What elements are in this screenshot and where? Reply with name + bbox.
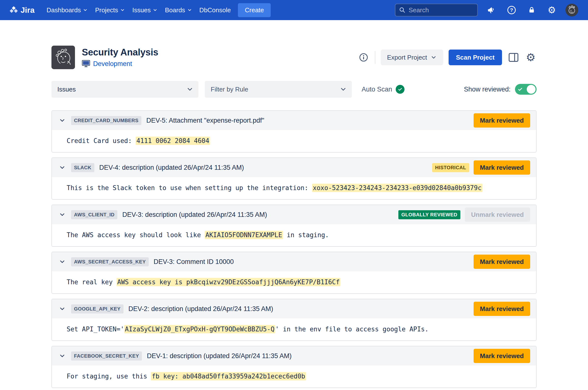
finding-card: CREDIT_CARD_NUMBERS DEV-5: Attachment "e… bbox=[51, 110, 537, 152]
secret-highlight: xoxo-523423-234243-234233-e039d02840a0b9… bbox=[312, 184, 482, 192]
unmark-reviewed-button[interactable]: Unmark reviewed bbox=[465, 207, 530, 222]
finding-body: For staging, use this fb key: ab048ad50f… bbox=[52, 365, 536, 388]
toggle-knob bbox=[527, 85, 536, 94]
gear-icon: ⚙ bbox=[526, 52, 536, 63]
rule-badge: GOOGLE_API_KEY bbox=[71, 304, 123, 313]
nav-item-boards[interactable]: Boards bbox=[161, 3, 196, 17]
nav-item-issues[interactable]: Issues bbox=[129, 3, 161, 17]
search-icon bbox=[399, 7, 406, 13]
secret-highlight: AKIAIO5FODNN7EXAMPLE bbox=[205, 231, 283, 239]
collapse-chevron-icon[interactable] bbox=[58, 352, 66, 360]
nav-item-projects[interactable]: Projects bbox=[91, 3, 129, 17]
nav-item-dashboards[interactable]: Dashboards bbox=[43, 3, 91, 17]
announcements-button[interactable] bbox=[485, 4, 498, 16]
rule-filter-select[interactable]: Filter by Rule bbox=[205, 81, 352, 98]
secret-highlight: AIzaSyCLWjZ0_ETxgPOxH-gQYT9ODeWcBBZU5-Q bbox=[124, 325, 275, 333]
help-button[interactable]: ? bbox=[505, 4, 518, 16]
finding-header: AWS_CLIENT_ID DEV-3: description (update… bbox=[52, 205, 536, 224]
detail-view-button[interactable] bbox=[508, 52, 520, 63]
create-button[interactable]: Create bbox=[238, 3, 271, 17]
settings-button[interactable]: ⚙ bbox=[545, 4, 558, 16]
page-title: Security Analysis bbox=[82, 47, 158, 58]
secret-highlight: 4111 0062 2084 4604 bbox=[136, 137, 210, 145]
chevron-down-icon bbox=[187, 8, 192, 12]
gear-icon: ⚙ bbox=[548, 5, 556, 15]
mark-reviewed-button[interactable]: Mark reviewed bbox=[473, 302, 530, 316]
mark-reviewed-button[interactable]: Mark reviewed bbox=[473, 349, 530, 363]
info-button[interactable] bbox=[358, 51, 369, 63]
collapse-chevron-icon[interactable] bbox=[58, 211, 66, 219]
mark-reviewed-button[interactable]: Mark reviewed bbox=[473, 113, 530, 128]
top-navbar: Jira Dashboards Projects Issues Boards D… bbox=[0, 0, 588, 20]
body-text: For staging, use this bbox=[67, 373, 151, 380]
finding-body: Set API_TOKEN='AIzaSyCLWjZ0_ETxgPOxH-gQY… bbox=[52, 318, 536, 341]
security-button[interactable] bbox=[525, 4, 538, 16]
rule-badge: CREDIT_CARD_NUMBERS bbox=[71, 116, 141, 125]
show-reviewed-toggle[interactable] bbox=[515, 84, 537, 95]
jira-logo-text: Jira bbox=[21, 6, 35, 15]
nav-item-dbconsole[interactable]: DbConsole bbox=[196, 3, 235, 17]
finding-card: AWS_SECRET_ACCESS_KEY DEV-3: Comment ID … bbox=[51, 252, 537, 294]
chevron-down-icon bbox=[120, 8, 125, 12]
rule-badge: AWS_CLIENT_ID bbox=[71, 210, 117, 219]
body-text: Set API_TOKEN=' bbox=[67, 326, 124, 333]
user-avatar[interactable] bbox=[565, 4, 578, 16]
secret-highlight: fb key: ab048ad50ffa33959a242b1ecec6ed0b bbox=[151, 372, 306, 381]
finding-header: SLACK DEV-4: description (updated 26/Apr… bbox=[52, 158, 536, 177]
megaphone-icon bbox=[487, 6, 496, 14]
historical-badge: HISTORICAL bbox=[432, 163, 469, 172]
finding-title: DEV-1: description (updated 26/Apr/24 11… bbox=[147, 352, 292, 360]
body-text: This is the Slack token to use when sett… bbox=[67, 184, 312, 192]
panel-layout-icon bbox=[508, 53, 519, 62]
findings-list: CREDIT_CARD_NUMBERS DEV-5: Attachment "e… bbox=[51, 110, 537, 390]
mark-reviewed-button[interactable]: Mark reviewed bbox=[473, 160, 530, 175]
project-avatar bbox=[51, 46, 75, 69]
project-link[interactable]: Development bbox=[93, 60, 132, 68]
help-icon: ? bbox=[508, 6, 516, 14]
body-text: The real key bbox=[67, 278, 117, 286]
finding-header: CREDIT_CARD_NUMBERS DEV-5: Attachment "e… bbox=[52, 111, 536, 130]
lock-icon bbox=[528, 6, 536, 14]
finding-card: GOOGLE_API_KEY DEV-2: description (updat… bbox=[51, 299, 537, 341]
body-text: Credit Card used: bbox=[67, 137, 136, 145]
export-project-button[interactable]: Export Project bbox=[381, 49, 443, 65]
finding-card: AWS_CLIENT_ID DEV-3: description (update… bbox=[51, 204, 537, 247]
chevron-down-icon bbox=[186, 86, 194, 93]
finding-body: Credit Card used: 4111 0062 2084 4604 bbox=[52, 130, 536, 152]
secret-highlight: AWS access key is pkBcqiwzv29DEzGSSoafjj… bbox=[117, 278, 341, 286]
chevron-down-icon bbox=[431, 54, 437, 61]
filter-row: Issues Filter by Rule Auto Scan Show rev… bbox=[51, 81, 537, 98]
collapse-chevron-icon[interactable] bbox=[58, 305, 66, 313]
finding-header: FACEBOOK_SECRET_KEY DEV-1: description (… bbox=[52, 346, 536, 365]
check-circle-icon bbox=[396, 85, 404, 94]
page-settings-button[interactable]: ⚙ bbox=[525, 51, 537, 64]
finding-title: DEV-4: description (updated 26/Apr/24 11… bbox=[99, 164, 244, 171]
finding-body: This is the Slack token to use when sett… bbox=[52, 177, 536, 199]
finding-header: GOOGLE_API_KEY DEV-2: description (updat… bbox=[52, 299, 536, 318]
rule-badge: AWS_SECRET_ACCESS_KEY bbox=[71, 257, 149, 266]
scan-project-button[interactable]: Scan Project bbox=[449, 49, 502, 65]
jira-logo-icon bbox=[9, 5, 18, 15]
mark-reviewed-button[interactable]: Mark reviewed bbox=[473, 255, 530, 269]
finding-title: DEV-5: Attachment "expense-report.pdf" bbox=[146, 117, 264, 124]
toggle-check-icon bbox=[517, 87, 523, 92]
issues-select[interactable]: Issues bbox=[51, 81, 198, 98]
page-header: Security Analysis Development bbox=[51, 46, 537, 69]
breadcrumb: Development bbox=[82, 60, 158, 68]
show-reviewed-label: Show reviewed: bbox=[464, 86, 510, 93]
divider bbox=[375, 51, 375, 64]
project-type-icon bbox=[82, 60, 90, 68]
finding-title: DEV-3: Comment ID 10000 bbox=[154, 258, 234, 266]
collapse-chevron-icon[interactable] bbox=[58, 258, 66, 266]
finding-body: The real key AWS access key is pkBcqiwzv… bbox=[52, 271, 536, 293]
search-input[interactable] bbox=[409, 6, 468, 14]
finding-header: AWS_SECRET_ACCESS_KEY DEV-3: Comment ID … bbox=[52, 252, 536, 271]
collapse-chevron-icon[interactable] bbox=[58, 164, 66, 171]
chevron-down-icon bbox=[83, 8, 88, 12]
info-icon bbox=[359, 52, 368, 62]
finding-title: DEV-3: description (updated 26/Apr/24 11… bbox=[122, 211, 267, 219]
chevron-down-icon bbox=[153, 8, 157, 12]
jira-logo[interactable]: Jira bbox=[9, 5, 35, 15]
collapse-chevron-icon[interactable] bbox=[58, 116, 66, 124]
body-text: ' in the env file to access google APIs. bbox=[275, 326, 429, 333]
